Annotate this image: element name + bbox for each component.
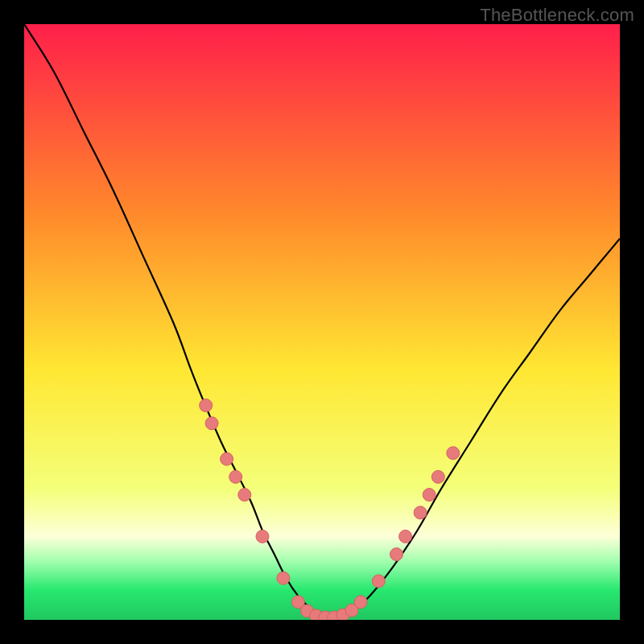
curve-marker <box>354 596 367 609</box>
chart-frame: TheBottleneck.com <box>0 0 644 644</box>
watermark-text: TheBottleneck.com <box>480 5 634 26</box>
curve-marker <box>238 489 251 502</box>
plot-area <box>24 24 620 620</box>
curve-marker <box>205 417 218 430</box>
curve-marker <box>390 548 403 561</box>
curve-marker <box>423 489 436 502</box>
curve-marker <box>414 506 427 519</box>
curve-marker <box>200 399 213 412</box>
curve-marker <box>229 470 242 483</box>
bottleneck-chart <box>24 24 620 620</box>
curve-marker <box>399 530 412 543</box>
curve-marker <box>277 572 290 584</box>
curve-marker <box>372 575 385 588</box>
curve-marker <box>431 470 444 483</box>
curve-marker <box>221 452 233 465</box>
curve-marker <box>447 447 460 460</box>
curve-marker <box>256 530 269 543</box>
gradient-background <box>24 24 620 620</box>
